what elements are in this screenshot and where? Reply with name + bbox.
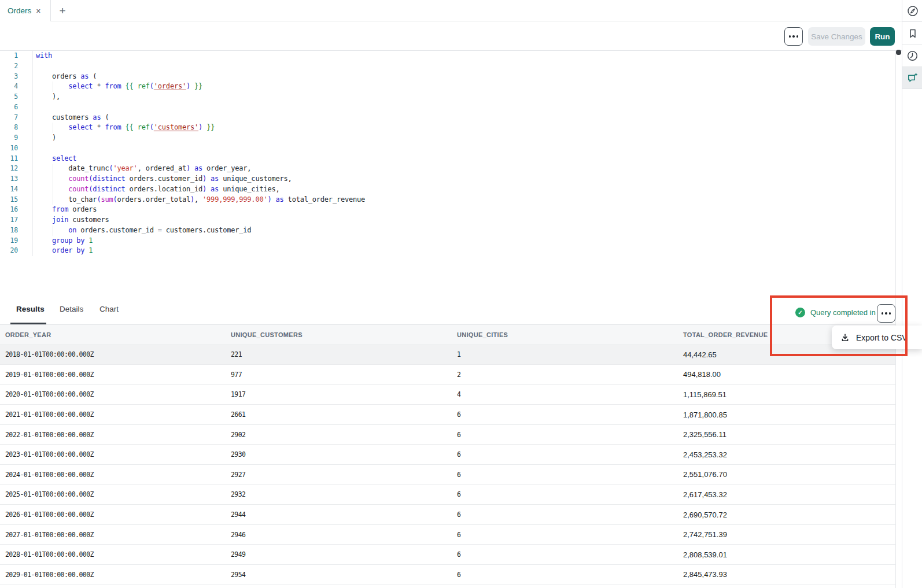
line-number: 12: [0, 164, 33, 174]
table-cell: 2024-01-01T00:00:00.000Z: [0, 465, 226, 485]
results-table: ORDER_YEARUNIQUE_CUSTOMERSUNIQUE_CITIEST…: [0, 325, 895, 585]
code-line[interactable]: 13 count(distinct orders.customer_id) as…: [0, 174, 891, 184]
table-cell: 6: [452, 405, 678, 425]
table-row: 2029-01-01T00:00:00.000Z295462,845,473.9…: [0, 565, 895, 585]
new-tab-button[interactable]: +: [55, 3, 70, 19]
code-text: ): [33, 133, 56, 143]
code-text: to_char(sum(orders.order_total), '999,99…: [33, 195, 365, 205]
feedback-plus-icon[interactable]: [902, 67, 922, 88]
code-line[interactable]: 20 order by 1: [0, 246, 891, 256]
more-options-icon: [882, 312, 891, 315]
results-tab-results[interactable]: Results: [16, 305, 45, 313]
code-text: join customers: [33, 215, 109, 225]
column-header-order_year: ORDER_YEAR: [0, 325, 226, 345]
line-number: 11: [0, 154, 33, 164]
line-number: 13: [0, 174, 33, 184]
run-button[interactable]: Run: [870, 27, 895, 46]
table-row: 2020-01-01T00:00:00.000Z191741,115,869.5…: [0, 384, 895, 405]
line-number: 18: [0, 225, 33, 236]
line-number: 20: [0, 246, 33, 256]
code-line[interactable]: 3 orders as (: [0, 72, 891, 82]
line-number: 3: [0, 72, 33, 82]
editor-scrollbar-thumb[interactable]: [896, 50, 901, 55]
code-line[interactable]: 11 select: [0, 154, 891, 164]
history-icon[interactable]: [902, 45, 922, 66]
table-cell: 4: [452, 384, 678, 405]
results-tab-details[interactable]: Details: [60, 305, 83, 313]
code-line[interactable]: 1with: [0, 51, 891, 61]
line-number: 5: [0, 92, 33, 102]
table-cell: 6: [452, 505, 678, 525]
download-icon: [840, 332, 850, 343]
table-cell: 2,617,453.32: [678, 485, 895, 505]
check-circle-icon: ✓: [795, 308, 805, 317]
query-status: ✓ Query completed in 5s: [795, 308, 886, 317]
table-cell: 2932: [226, 485, 452, 505]
table-row: 2022-01-01T00:00:00.000Z290262,325,556.1…: [0, 424, 895, 445]
column-header-unique_cities: UNIQUE_CITIES: [452, 325, 678, 345]
line-number: 2: [0, 61, 33, 72]
table-cell: 2930: [226, 445, 452, 465]
sql-code-editor[interactable]: 1with23 orders as (4 select * from {{ re…: [0, 51, 891, 256]
code-line[interactable]: 12 date_trunc('year', ordered_at) as ord…: [0, 164, 891, 174]
results-more-options-button[interactable]: [877, 304, 895, 323]
table-cell: 2018-01-01T00:00:00.000Z: [0, 345, 226, 365]
editor-more-options-button[interactable]: [784, 27, 803, 46]
code-text: ),: [33, 92, 60, 102]
code-text: select * from {{ ref('customers') }}: [33, 123, 215, 133]
code-line[interactable]: 10: [0, 143, 891, 154]
code-line[interactable]: 18 on orders.customer_id = customers.cus…: [0, 225, 891, 236]
line-number: 15: [0, 195, 33, 205]
code-line[interactable]: 7 customers as (: [0, 113, 891, 123]
code-line[interactable]: 8 select * from {{ ref('customers') }}: [0, 123, 891, 133]
code-line[interactable]: 6: [0, 102, 891, 113]
table-cell: 2949: [226, 545, 452, 565]
line-number: 14: [0, 184, 33, 195]
code-text: on orders.customer_id = customers.custom…: [33, 225, 251, 236]
code-line[interactable]: 4 select * from {{ ref('orders') }}: [0, 82, 891, 92]
code-line[interactable]: 15 to_char(sum(orders.order_total), '999…: [0, 195, 891, 205]
code-text: with: [33, 51, 52, 61]
bookmark-icon[interactable]: [902, 22, 922, 45]
code-text: customers as (: [33, 113, 109, 123]
export-to-csv-item[interactable]: Export to CSV: [856, 333, 908, 342]
table-cell: 2,325,556.11: [678, 424, 895, 445]
code-line[interactable]: 14 count(distinct orders.location_id) as…: [0, 184, 891, 195]
more-options-icon: [789, 35, 799, 38]
table-cell: 2023-01-01T00:00:00.000Z: [0, 445, 226, 465]
table-cell: 2944: [226, 505, 452, 525]
table-cell: 6: [452, 565, 678, 585]
code-text: [33, 102, 36, 113]
line-number: 6: [0, 102, 33, 113]
table-cell: 1: [452, 345, 678, 365]
code-line[interactable]: 16 from orders: [0, 205, 891, 215]
table-row: 2021-01-01T00:00:00.000Z266161,871,800.8…: [0, 405, 895, 425]
line-number: 1: [0, 51, 33, 61]
save-changes-button[interactable]: Save Changes: [808, 27, 865, 46]
active-tab-underline: [10, 323, 46, 324]
table-row: 2024-01-01T00:00:00.000Z292762,551,076.7…: [0, 465, 895, 485]
table-cell: 2927: [226, 465, 452, 485]
code-text: orders as (: [33, 72, 97, 82]
table-cell: 6: [452, 524, 678, 545]
table-cell: 2028-01-01T00:00:00.000Z: [0, 545, 226, 565]
code-line[interactable]: 17 join customers: [0, 215, 891, 225]
close-icon[interactable]: ×: [36, 7, 40, 15]
compass-icon[interactable]: [902, 0, 922, 21]
tab-orders[interactable]: Orders ×: [0, 0, 51, 21]
line-number: 7: [0, 113, 33, 123]
table-cell: 6: [452, 445, 678, 465]
code-line[interactable]: 5 ),: [0, 92, 891, 102]
table-cell: 2029-01-01T00:00:00.000Z: [0, 565, 226, 585]
code-line[interactable]: 2: [0, 61, 891, 72]
table-cell: 2954: [226, 565, 452, 585]
line-number: 16: [0, 205, 33, 215]
code-line[interactable]: 9 ): [0, 133, 891, 143]
results-tab-chart[interactable]: Chart: [99, 305, 119, 313]
code-line[interactable]: 19 group by 1: [0, 236, 891, 246]
table-cell: 2,690,570.72: [678, 505, 895, 525]
table-cell: 2027-01-01T00:00:00.000Z: [0, 524, 226, 545]
code-text: select * from {{ ref('orders') }}: [33, 82, 202, 92]
table-row: 2023-01-01T00:00:00.000Z293062,453,253.3…: [0, 445, 895, 465]
code-text: group by 1: [33, 236, 93, 246]
